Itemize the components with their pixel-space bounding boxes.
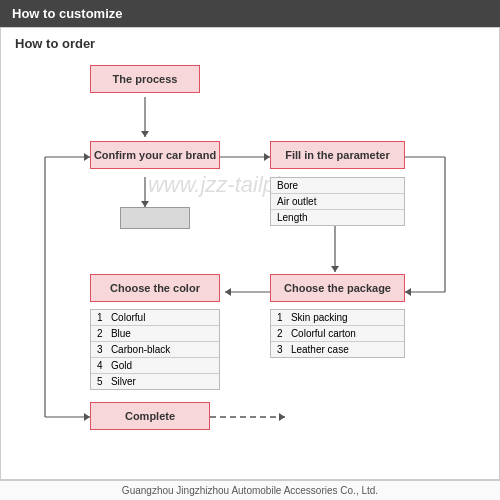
svg-marker-12 [279, 413, 285, 421]
svg-marker-5 [331, 266, 339, 272]
param-air-outlet: Air outlet [271, 194, 404, 210]
color-item-5: 5 Silver [91, 374, 219, 389]
footer-text: Guangzhou Jingzhizhou Automobile Accesso… [122, 485, 378, 496]
param-length: Length [271, 210, 404, 225]
page-title: How to customize [12, 6, 123, 21]
package-item-1: 1 Skin packing [271, 310, 404, 326]
choose-package-box: Choose the package [270, 274, 405, 302]
package-table: 1 Skin packing 2 Colorful carton 3 Leath… [270, 309, 405, 358]
color-item-4: 4 Gold [91, 358, 219, 374]
color-item-1: 1 Colorful [91, 310, 219, 326]
color-table: 1 Colorful 2 Blue 3 Carbon-black 4 Gold … [90, 309, 220, 390]
param-bore: Bore [271, 178, 404, 194]
process-box: The process [90, 65, 200, 93]
choose-color-box: Choose the color [90, 274, 220, 302]
fill-box: Fill in the parameter [270, 141, 405, 169]
main-content: How to order www.jzz-tailpipe.com [0, 27, 500, 480]
page-wrapper: How to customize How to order www.jzz-ta… [0, 0, 500, 500]
gray-box [120, 207, 190, 229]
package-item-2: 2 Colorful carton [271, 326, 404, 342]
page-header: How to customize [0, 0, 500, 27]
flow-area: www.jzz-tailpipe.com [15, 57, 485, 457]
svg-marker-7 [225, 288, 231, 296]
svg-marker-1 [141, 131, 149, 137]
confirm-box: Confirm your car brand [90, 141, 220, 169]
complete-box: Complete [90, 402, 210, 430]
color-item-3: 3 Carbon-black [91, 342, 219, 358]
color-item-2: 2 Blue [91, 326, 219, 342]
param-table: Bore Air outlet Length [270, 177, 405, 226]
package-item-3: 3 Leather case [271, 342, 404, 357]
svg-marker-20 [405, 288, 411, 296]
section-title: How to order [15, 36, 485, 51]
flow-arrows [15, 57, 485, 457]
footer: Guangzhou Jingzhizhou Automobile Accesso… [0, 480, 500, 500]
